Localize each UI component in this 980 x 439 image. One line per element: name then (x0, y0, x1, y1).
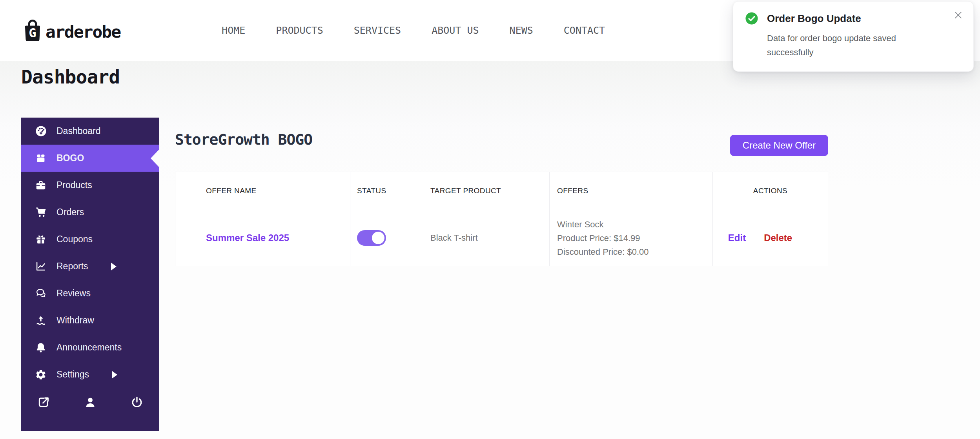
sidebar-item-products[interactable]: Products (21, 172, 159, 199)
brand-name: arderobe (46, 22, 120, 42)
sidebar-item-label: Announcements (56, 342, 122, 353)
sidebar-item-settings[interactable]: Settings (21, 361, 159, 388)
nav-item-services[interactable]: SERVICES (354, 25, 401, 36)
sidebar-item-label: Withdraw (56, 315, 94, 326)
section-heading: StoreGrowth BOGO (175, 131, 312, 148)
sidebar-item-bogo[interactable]: BOGO (21, 145, 159, 172)
briefcase-icon (35, 179, 47, 192)
sidebar-item-label: Reviews (56, 288, 91, 299)
check-circle-icon (745, 12, 758, 25)
cart-icon (35, 206, 47, 219)
nav-item-news[interactable]: NEWS (510, 25, 533, 36)
sidebar-item-reports[interactable]: Reports (21, 253, 159, 280)
brand-logo[interactable]: G arderobe (21, 18, 120, 43)
offers-details: Winter Sock Product Price: $14.99 Discou… (557, 218, 649, 259)
sidebar: Dashboard BOGO Products (21, 118, 159, 431)
offer-discounted-price: Discounted Price: $0.00 (557, 245, 649, 259)
sidebar-item-label: Dashboard (56, 126, 101, 136)
user-icon[interactable] (84, 395, 97, 409)
dashboard-icon (35, 125, 47, 138)
submenu-arrow-icon (111, 263, 117, 270)
edit-link[interactable]: Edit (728, 232, 746, 243)
main-nav: HOME PRODUCTS SERVICES ABOUT US NEWS CON… (222, 25, 605, 36)
sidebar-item-label: Products (56, 180, 92, 190)
nav-item-home[interactable]: HOME (222, 25, 245, 36)
bogo-box-icon (35, 152, 47, 165)
gift-icon (35, 233, 47, 246)
sidebar-item-label: Settings (56, 369, 89, 380)
gear-icon (35, 368, 47, 381)
external-link-icon[interactable] (37, 395, 50, 409)
sidebar-item-dashboard[interactable]: Dashboard (21, 118, 159, 145)
toast-message: Data for order bogo update saved success… (767, 31, 936, 60)
delete-link[interactable]: Delete (764, 232, 792, 243)
brand-initial: G (29, 25, 36, 40)
sidebar-item-label: Reports (56, 261, 88, 272)
power-icon[interactable] (130, 395, 144, 409)
toast-notification: Order Bogo Update Data for order bogo up… (733, 1, 974, 72)
chart-icon (35, 260, 47, 273)
offer-name-link[interactable]: Summer Sale 2025 (206, 232, 289, 243)
bell-icon (35, 341, 47, 354)
column-header-target-product: TARGET PRODUCT (422, 172, 550, 210)
column-header-status: STATUS (350, 172, 422, 210)
sidebar-item-label: Orders (56, 207, 84, 218)
sidebar-item-label: BOGO (56, 153, 84, 163)
status-toggle[interactable] (357, 230, 386, 246)
sidebar-item-withdraw[interactable]: Withdraw (21, 307, 159, 334)
target-product-value: Black T-shirt (430, 233, 478, 243)
sidebar-item-label: Coupons (56, 234, 93, 245)
sidebar-item-coupons[interactable]: Coupons (21, 226, 159, 253)
page-title: Dashboard (21, 66, 120, 88)
nav-item-contact[interactable]: CONTACT (564, 25, 605, 36)
offer-product-price: Product Price: $14.99 (557, 231, 649, 245)
chat-icon (35, 287, 47, 300)
nav-item-about-us[interactable]: ABOUT US (432, 25, 479, 36)
sidebar-item-orders[interactable]: Orders (21, 199, 159, 226)
column-header-offer-name: OFFER NAME (175, 172, 350, 210)
table-row: Summer Sale 2025 Black T-shirt Winter So… (175, 210, 828, 266)
sidebar-footer (21, 388, 159, 431)
upload-icon (35, 314, 47, 327)
offers-table: OFFER NAME STATUS TARGET PRODUCT OFFERS … (175, 172, 828, 266)
create-new-offer-button[interactable]: Create New Offer (730, 135, 828, 156)
sidebar-item-announcements[interactable]: Announcements (21, 334, 159, 361)
close-icon[interactable] (953, 10, 963, 20)
sidebar-item-reviews[interactable]: Reviews (21, 280, 159, 307)
table-header-row: OFFER NAME STATUS TARGET PRODUCT OFFERS … (175, 172, 828, 210)
offer-product-name: Winter Sock (557, 218, 649, 231)
column-header-actions: ACTIONS (713, 172, 828, 210)
active-item-notch (151, 149, 159, 167)
submenu-arrow-icon (112, 371, 117, 379)
shopping-bag-logo-icon: G (21, 18, 44, 43)
column-header-offers: OFFERS (550, 172, 713, 210)
toast-title: Order Bogo Update (767, 13, 861, 25)
nav-item-products[interactable]: PRODUCTS (276, 25, 323, 36)
